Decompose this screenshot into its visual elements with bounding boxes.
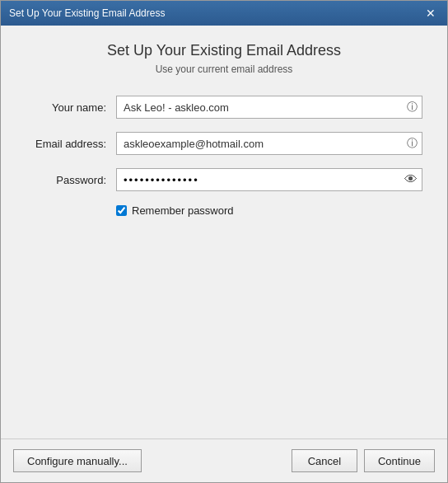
footer-left: Configure manually...	[13, 449, 292, 472]
name-row: Your name: ⓘ	[26, 96, 422, 119]
title-bar: Set Up Your Existing Email Address ✕	[1, 1, 447, 26]
name-info-icon[interactable]: ⓘ	[407, 100, 418, 115]
name-label: Your name:	[26, 101, 116, 114]
dialog-body: Set Up Your Existing Email Address Use y…	[1, 26, 447, 438]
footer-right: Cancel Continue	[292, 449, 435, 472]
dialog-subtitle: Use your current email address	[26, 63, 422, 75]
form-area: Your name: ⓘ Email address: ⓘ	[26, 96, 422, 426]
password-visibility-icon[interactable]: 👁	[404, 172, 418, 187]
name-input-wrapper: ⓘ	[116, 96, 422, 119]
dialog-header: Set Up Your Existing Email Address Use y…	[26, 42, 422, 75]
email-info-icon[interactable]: ⓘ	[407, 136, 418, 151]
remember-checkbox[interactable]	[116, 205, 127, 216]
remember-row: Remember password	[116, 204, 422, 217]
password-input[interactable]	[116, 168, 422, 191]
name-input[interactable]	[116, 96, 422, 119]
email-row: Email address: ⓘ	[26, 132, 422, 155]
password-row: Password: 👁	[26, 168, 422, 191]
dialog-window: Set Up Your Existing Email Address ✕ Set…	[0, 0, 448, 483]
configure-manually-button[interactable]: Configure manually...	[13, 449, 142, 472]
remember-label[interactable]: Remember password	[132, 204, 234, 217]
password-label: Password:	[26, 174, 116, 186]
password-input-wrapper: 👁	[116, 168, 422, 191]
continue-button[interactable]: Continue	[364, 449, 435, 472]
close-button[interactable]: ✕	[422, 7, 439, 19]
title-bar-text: Set Up Your Existing Email Address	[9, 7, 165, 19]
email-input-wrapper: ⓘ	[116, 132, 422, 155]
email-label: Email address:	[26, 138, 116, 150]
dialog-title: Set Up Your Existing Email Address	[26, 42, 422, 59]
dialog-footer: Configure manually... Cancel Continue	[1, 438, 447, 482]
cancel-button[interactable]: Cancel	[292, 449, 357, 472]
email-input[interactable]	[116, 132, 422, 155]
